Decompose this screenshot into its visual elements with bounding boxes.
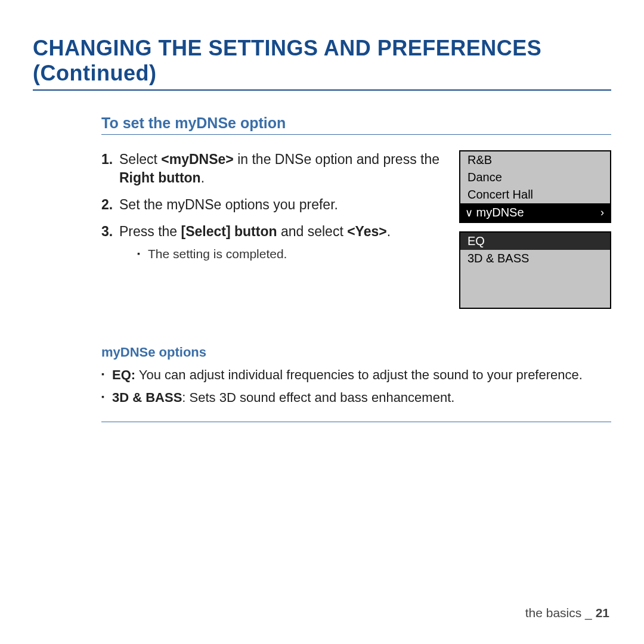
text: in the DNSe option and press the	[234, 151, 439, 167]
list-item: Concert Hall	[460, 186, 610, 203]
bold-text: <Yes>	[347, 224, 387, 239]
option-text: You can adjust individual frequencies to…	[135, 367, 583, 382]
steps-column: Select <myDNSe> in the DNSe option and p…	[101, 150, 441, 309]
option-eq: EQ: You can adjust individual frequencie…	[101, 366, 611, 384]
check-icon: ∨	[465, 207, 473, 219]
step-3: Press the [Select] button and select <Ye…	[101, 222, 441, 262]
list-item-label: myDNSe	[476, 206, 524, 219]
list-item: R&B	[460, 151, 610, 169]
bold-text: [Select] button	[181, 224, 277, 239]
list-item: 3D & BASS	[460, 250, 610, 267]
device-screens: R&B Dance Concert Hall ∨ myDNSe › EQ 3D …	[459, 150, 611, 309]
option-label: 3D & BASS	[112, 390, 182, 405]
device-screen-mydnse-options: EQ 3D & BASS	[459, 231, 611, 309]
step-1: Select <myDNSe> in the DNSe option and p…	[101, 150, 441, 187]
footer-page-number: 21	[596, 606, 609, 620]
bold-text: <myDNSe>	[161, 151, 233, 167]
footer-sep: _	[581, 606, 595, 620]
list-item: Dance	[460, 169, 610, 186]
text: Press the	[119, 224, 181, 239]
step-2: Set the myDNSe options you prefer.	[101, 196, 441, 214]
option-text: : Sets 3D sound effect and bass enhancem…	[182, 390, 454, 405]
text: Select	[119, 151, 161, 167]
chevron-right-icon: ›	[600, 206, 604, 219]
text: .	[387, 224, 391, 239]
option-label: EQ:	[112, 367, 135, 382]
option-3d-bass: 3D & BASS: Sets 3D sound effect and bass…	[101, 389, 611, 407]
page-title: CHANGING THE SETTINGS AND PREFERENCES (C…	[33, 36, 611, 91]
options-list: EQ: You can adjust individual frequencie…	[101, 366, 611, 422]
page-footer: the basics _ 21	[525, 606, 609, 620]
device-screen-dnse-list: R&B Dance Concert Hall ∨ myDNSe ›	[459, 150, 611, 223]
footer-section: the basics	[525, 606, 582, 620]
text: and select	[277, 224, 348, 239]
section: To set the myDNSe option Select <myDNSe>…	[33, 114, 611, 422]
options-heading: myDNSe options	[101, 345, 611, 360]
step-3-note: The setting is completed.	[137, 246, 441, 262]
section-heading: To set the myDNSe option	[101, 114, 611, 135]
bold-text: Right button	[119, 170, 201, 185]
list-item-selected: ∨ myDNSe ›	[460, 203, 610, 222]
list-header-selected: EQ	[460, 233, 610, 250]
text: .	[201, 170, 205, 185]
